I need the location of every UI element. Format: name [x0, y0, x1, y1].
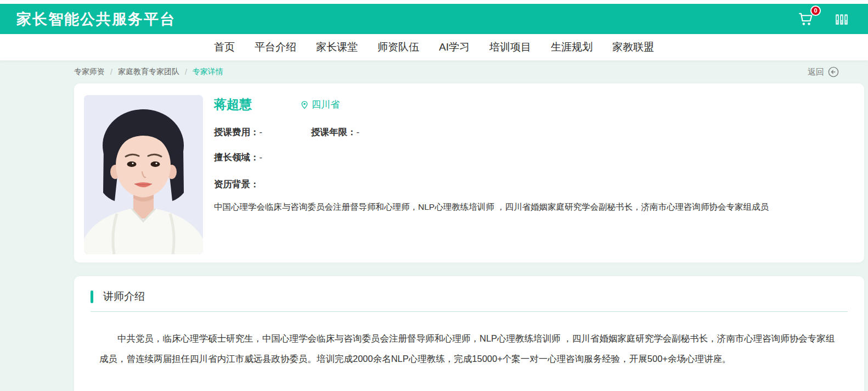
background-label: 资历背景： — [214, 178, 848, 191]
back-button[interactable]: 返回 — [808, 66, 839, 77]
expert-info: 蒋超慧 四川省 授课费用：- 授课年限：- — [214, 95, 848, 262]
breadcrumb-row: 专家师资 / 家庭教育专家团队 / 专家详情 返回 — [74, 60, 864, 83]
location-pin-icon — [300, 100, 309, 109]
breadcrumb-item-expert-detail: 专家详情 — [193, 67, 223, 77]
header-icons: 0 — [798, 11, 849, 27]
nav-item-parent-classroom[interactable]: 家长课堂 — [316, 40, 358, 54]
section-accent-bar — [91, 291, 93, 303]
nav-item-career-planning[interactable]: 生涯规划 — [551, 40, 593, 54]
field-expertise: 擅长领域：- — [214, 152, 311, 164]
lecturer-intro-paragraph: 中共党员，临床心理学硕士研究生，中国心理学会临床与咨询委员会注册督导师和心理师，… — [99, 328, 839, 369]
breadcrumb-separator: / — [110, 68, 112, 76]
nav-item-platform-intro[interactable]: 平台介绍 — [255, 40, 296, 54]
top-strip — [0, 0, 868, 4]
field-teaching-fee: 授课费用：- — [214, 126, 311, 138]
nav-item-tutoring-alliance[interactable]: 家教联盟 — [612, 40, 654, 54]
expert-photo — [84, 95, 203, 254]
expert-profile-card: 蒋超慧 四川省 授课费用：- 授课年限：- — [74, 83, 864, 262]
breadcrumb-item-faculty[interactable]: 专家师资 — [74, 67, 105, 77]
main-nav: 首页 平台介绍 家长课堂 师资队伍 AI学习 培训项目 生涯规划 家教联盟 — [0, 34, 868, 60]
background-text: 中国心理学会临床与咨询委员会注册督导师和心理师，NLP心理教练培训师 ，四川省婚… — [214, 200, 848, 214]
library-button[interactable] — [834, 12, 849, 27]
lecturer-intro-card: 讲师介绍 中共党员，临床心理学硕士研究生，中国心理学会临床与咨询委员会注册督导师… — [74, 276, 864, 391]
shopping-cart-icon — [798, 20, 814, 29]
cart-badge: 0 — [810, 5, 821, 16]
app-header: 家长智能公共服务平台 0 — [0, 4, 868, 34]
app-title: 家长智能公共服务平台 — [16, 9, 176, 29]
nav-item-home[interactable]: 首页 — [214, 40, 235, 54]
breadcrumb-item-expert-team[interactable]: 家庭教育专家团队 — [118, 67, 179, 77]
nav-item-training-projects[interactable]: 培训项目 — [489, 40, 531, 54]
back-arrow-icon — [828, 66, 839, 77]
field-teaching-years: 授课年限：- — [311, 126, 359, 138]
expert-province: 四川省 — [300, 98, 340, 111]
library-icon — [834, 19, 849, 29]
province-label: 四川省 — [312, 98, 340, 111]
cart-button[interactable]: 0 — [798, 11, 814, 27]
back-label: 返回 — [808, 67, 824, 77]
section-header: 讲师介绍 — [91, 285, 848, 312]
nav-item-ai-learning[interactable]: AI学习 — [439, 40, 470, 54]
nav-item-faculty[interactable]: 师资队伍 — [377, 40, 419, 54]
breadcrumb-separator: / — [185, 68, 187, 76]
breadcrumb: 专家师资 / 家庭教育专家团队 / 专家详情 — [74, 67, 223, 77]
content: 专家师资 / 家庭教育专家团队 / 专家详情 返回 — [74, 60, 864, 391]
section-title: 讲师介绍 — [103, 289, 145, 304]
expert-name: 蒋超慧 — [214, 96, 252, 113]
